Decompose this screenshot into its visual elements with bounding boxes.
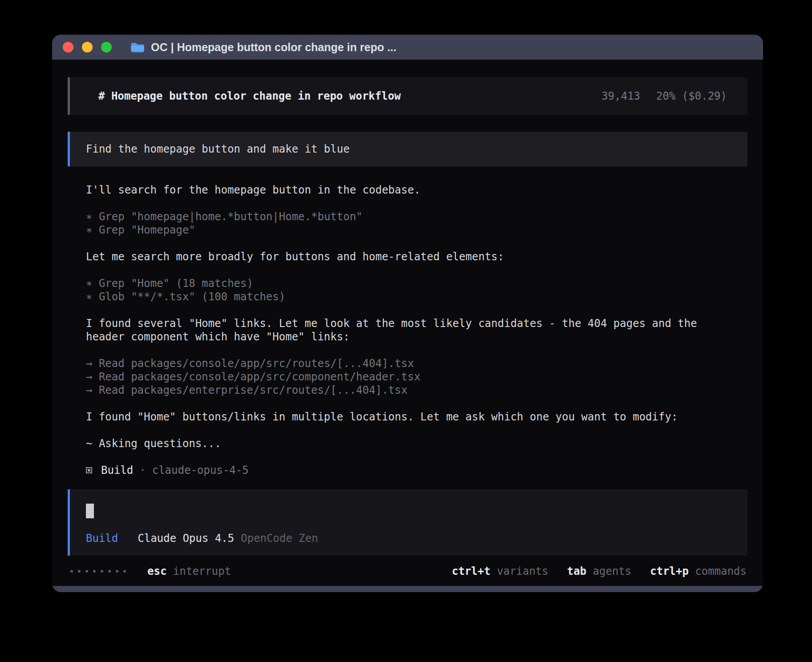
status-bar: esc interrupt ctrl+t variantstab agentsc…: [68, 565, 747, 578]
title-group: OC | Homepage button color change in rep…: [130, 41, 396, 54]
tool-call-line: → Read packages/console/app/src/routes/[…: [86, 357, 720, 370]
shortcut-esc: esc interrupt: [147, 565, 231, 578]
shortcut-ctrl-p: ctrl+p commands: [650, 565, 747, 578]
transcript-blank-line: [86, 237, 720, 250]
tool-asterisk-icon: ∗: [86, 210, 92, 223]
shortcut-key: esc: [147, 565, 166, 577]
terminal-content: # Homepage button color change in repo w…: [52, 60, 763, 586]
transcript-blank-line: [86, 397, 720, 410]
terminal-window: OC | Homepage button color change in rep…: [52, 35, 763, 592]
assistant-text-line: I found several "Home" links. Let me loo…: [86, 317, 720, 343]
tool-call-line: → Read packages/enterprise/src/routes/[.…: [86, 383, 720, 397]
traffic-lights: [63, 42, 112, 52]
folder-icon: [130, 42, 144, 53]
spinner-dot: [78, 570, 81, 573]
user-message-text: Find the homepage button and make it blu…: [86, 143, 349, 155]
spinner-dot: [123, 570, 126, 573]
shortcuts-right: ctrl+t variantstab agentsctrl+p commands: [452, 565, 747, 578]
spinner-dot: [93, 570, 96, 573]
spinner: [70, 570, 126, 573]
agent-name: Build: [101, 464, 133, 477]
transcript-blank-line: [86, 343, 720, 357]
assistant-text-line: Let me search more broadly for buttons a…: [86, 250, 720, 263]
shortcut-label: commands: [695, 565, 747, 577]
agent-separator: ·: [139, 464, 146, 477]
tool-call-line: ∗ Grep "homepage|home.*button|Home.*butt…: [86, 210, 720, 223]
transcript-blank-line: [86, 450, 720, 464]
shortcut-key: ctrl+t: [452, 565, 491, 577]
user-message: Find the homepage button and make it blu…: [68, 132, 747, 166]
shortcut-label: variants: [497, 565, 548, 577]
assistant-text-line: I'll search for the homepage button in t…: [86, 183, 720, 197]
shortcut-label: interrupt: [173, 565, 231, 577]
transcript-blank-line: [86, 424, 720, 437]
close-button[interactable]: [63, 42, 73, 52]
session-title: # Homepage button color change in repo w…: [98, 89, 401, 103]
session-stats: 39,413 20% ($0.29): [601, 89, 727, 103]
spinner-dot: [70, 570, 73, 573]
shortcut-ctrl-t: ctrl+t variants: [452, 565, 548, 578]
zoom-button[interactable]: [101, 42, 112, 52]
context-usage: 20% ($0.29): [656, 89, 727, 103]
mode-indicator: Build: [86, 532, 118, 545]
agent-square-icon: [86, 467, 92, 473]
tool-asterisk-icon: ∗: [86, 224, 92, 236]
shortcut-key: tab: [567, 565, 586, 577]
tool-call-line: ∗ Grep "Home" (18 matches): [86, 277, 720, 290]
status-bar-left: esc interrupt: [70, 565, 231, 578]
text-cursor: [86, 504, 94, 518]
tool-asterisk-icon: ∗: [86, 277, 92, 290]
spinner-dot: [85, 570, 88, 573]
prompt-input[interactable]: Build Claude Opus 4.5 OpenCode Zen: [68, 489, 747, 556]
tool-call-line: ∗ Glob "**/*.tsx" (100 matches): [86, 290, 720, 303]
shortcut-tab: tab agents: [567, 565, 632, 578]
assistant-text-line: ~ Asking questions...: [86, 437, 720, 450]
read-arrow-icon: →: [86, 384, 92, 396]
tool-call-line: ∗ Grep "Homepage": [86, 223, 720, 237]
tool-call-line: → Read packages/console/app/src/componen…: [86, 370, 720, 383]
transcript-blank-line: [86, 263, 720, 277]
transcript-blank-line: [86, 303, 720, 317]
minimize-button[interactable]: [82, 42, 93, 52]
transcript-blank-line: [86, 197, 720, 210]
read-arrow-icon: →: [86, 371, 92, 383]
spinner-dot: [116, 570, 118, 573]
window-title: OC | Homepage button color change in rep…: [151, 41, 396, 54]
tool-asterisk-icon: ∗: [86, 291, 92, 303]
agent-status-line: Build·claude-opus-4-5: [86, 464, 720, 477]
spinner-dot: [108, 570, 111, 573]
shortcuts-left: esc interrupt: [147, 565, 231, 578]
spinner-dot: [101, 570, 103, 573]
shortcut-label: agents: [593, 565, 632, 577]
titlebar[interactable]: OC | Homepage button color change in rep…: [52, 35, 763, 60]
agent-model: claude-opus-4-5: [152, 464, 249, 477]
transcript: I'll search for the homepage button in t…: [86, 183, 747, 477]
session-header: # Homepage button color change in repo w…: [68, 77, 747, 115]
token-count: 39,413: [601, 89, 640, 103]
read-arrow-icon: →: [86, 357, 92, 370]
input-status-line: Build Claude Opus 4.5 OpenCode Zen: [86, 532, 731, 545]
assistant-text-line: I found "Home" buttons/links in multiple…: [86, 410, 720, 424]
shortcut-key: ctrl+p: [650, 565, 689, 577]
provider-name: OpenCode Zen: [241, 532, 318, 545]
model-name: Claude Opus 4.5: [138, 532, 234, 545]
